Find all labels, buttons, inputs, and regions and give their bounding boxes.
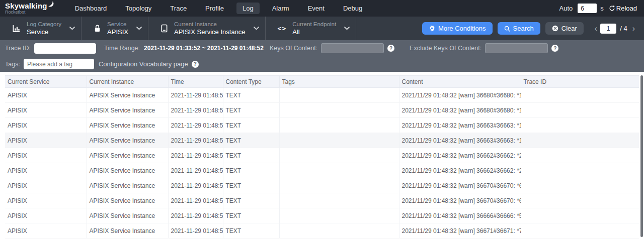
tags-help-icon[interactable]: ? bbox=[192, 61, 199, 68]
log-category-selector[interactable]: Log Category Service bbox=[0, 17, 82, 40]
nav-item-dashboard[interactable]: Dashboard bbox=[69, 3, 113, 14]
chevron-down-icon bbox=[136, 27, 142, 30]
column-header-current-instance: Current Instance bbox=[87, 76, 168, 88]
current-endpoint-selector[interactable]: <> Current Endpoint All bbox=[266, 17, 357, 40]
cell-current-service: APISIX bbox=[5, 103, 87, 118]
reload-button[interactable]: Reload bbox=[609, 5, 637, 12]
table-row[interactable]: APISIX APISIX Service Instance 2021-11-2… bbox=[5, 163, 639, 178]
table-row[interactable]: APISIX APISIX Service Instance 2021-11-2… bbox=[5, 133, 639, 148]
code-icon: <> bbox=[278, 25, 287, 32]
cell-content-type: TEXT bbox=[223, 223, 279, 238]
table-row[interactable]: APISIX APISIX Service Instance 2021-11-2… bbox=[5, 103, 639, 118]
service-selector[interactable]: Service APISIX bbox=[82, 17, 148, 40]
cell-current-service: APISIX bbox=[5, 208, 87, 223]
nav-item-debug[interactable]: Debug bbox=[337, 3, 368, 14]
cell-current-instance: APISIX Service Instance bbox=[87, 133, 168, 148]
cell-time: 2021-11-29 01:48:52 bbox=[168, 193, 223, 208]
cell-current-service: APISIX bbox=[5, 88, 87, 103]
selector-toolbar: Log Category Service Service APISIX bbox=[0, 17, 644, 40]
trace-id-label: Trace ID: bbox=[5, 45, 31, 52]
cell-current-service: APISIX bbox=[5, 178, 87, 193]
cell-content-type: TEXT bbox=[223, 163, 279, 178]
nav-item-topology[interactable]: Topology bbox=[119, 3, 157, 14]
nav-item-alarm[interactable]: Alarm bbox=[266, 3, 295, 14]
cell-time: 2021-11-29 01:48:52 bbox=[168, 118, 223, 133]
log-table: Current Service Current Instance Time Co… bbox=[5, 75, 639, 238]
table-row[interactable]: APISIX APISIX Service Instance 2021-11-2… bbox=[5, 118, 639, 133]
cell-time: 2021-11-29 01:48:52 bbox=[168, 103, 223, 118]
cell-current-instance: APISIX Service Instance bbox=[87, 118, 168, 133]
search-label: Search bbox=[513, 25, 534, 32]
previous-page-button[interactable]: ‹ bbox=[592, 25, 600, 33]
configuration-vocabulary-link[interactable]: Configuration Vocabulary page bbox=[99, 60, 188, 68]
cell-time: 2021-11-29 01:48:52 bbox=[168, 163, 223, 178]
cell-content: 2021/11/29 01:48:32 [warn] 36680#36680: … bbox=[399, 88, 521, 103]
cell-content: 2021/11/29 01:48:32 [warn] 36680#36680: … bbox=[399, 103, 521, 118]
circle-x-icon bbox=[552, 25, 558, 32]
auto-interval-input[interactable] bbox=[578, 4, 597, 13]
vertical-scrollbar[interactable] bbox=[640, 75, 643, 237]
cell-content: 2021/11/29 01:48:32 [warn] 36662#36662: … bbox=[399, 148, 521, 163]
table-row[interactable]: APISIX APISIX Service Instance 2021-11-2… bbox=[5, 178, 639, 193]
main-nav: Dashboard Topology Trace Profile Log Ala… bbox=[69, 3, 368, 14]
cell-content-type: TEXT bbox=[223, 118, 279, 133]
reload-label: Reload bbox=[616, 5, 637, 12]
cell-trace-id bbox=[521, 208, 639, 223]
cell-tags bbox=[279, 133, 399, 148]
cell-current-instance: APISIX Service Instance bbox=[87, 193, 168, 208]
cell-trace-id bbox=[521, 88, 639, 103]
trace-id-input[interactable] bbox=[34, 43, 96, 54]
cell-content-type: TEXT bbox=[223, 148, 279, 163]
cell-trace-id bbox=[521, 133, 639, 148]
cell-current-instance: APISIX Service Instance bbox=[87, 208, 168, 223]
search-button[interactable]: Search bbox=[498, 22, 540, 35]
top-nav: Skywalking Rocketbot Dashboard Topology … bbox=[0, 0, 644, 17]
cell-tags bbox=[279, 88, 399, 103]
cell-tags bbox=[279, 148, 399, 163]
lock-icon bbox=[94, 24, 101, 33]
cell-trace-id bbox=[521, 103, 639, 118]
table-row[interactable]: APISIX APISIX Service Instance 2021-11-2… bbox=[5, 193, 639, 208]
selector-label: Service bbox=[107, 21, 128, 28]
cell-tags bbox=[279, 223, 399, 238]
current-instance-selector[interactable]: Current Instance APISIX Service Instance bbox=[148, 17, 266, 40]
cell-tags bbox=[279, 103, 399, 118]
auto-label: Auto bbox=[559, 5, 573, 12]
filter-panel: Trace ID: Time Range: 2021-11-29 01:33:5… bbox=[0, 40, 644, 72]
cell-tags bbox=[279, 178, 399, 193]
next-page-button[interactable]: › bbox=[629, 25, 638, 33]
keys-of-content-label: Keys Of Content: bbox=[270, 45, 317, 52]
nav-item-trace[interactable]: Trace bbox=[164, 3, 193, 14]
more-conditions-button[interactable]: More Conditions bbox=[422, 22, 493, 35]
log-table-container: Current Service Current Instance Time Co… bbox=[0, 72, 644, 238]
exclude-keys-input[interactable] bbox=[485, 43, 548, 53]
table-row[interactable]: APISIX APISIX Service Instance 2021-11-2… bbox=[5, 208, 639, 223]
page-number-input[interactable] bbox=[600, 24, 616, 34]
cell-time: 2021-11-29 01:48:52 bbox=[168, 178, 223, 193]
nav-item-event[interactable]: Event bbox=[302, 3, 331, 14]
cell-current-service: APISIX bbox=[5, 118, 87, 133]
cell-trace-id bbox=[521, 178, 639, 193]
nav-item-profile[interactable]: Profile bbox=[199, 3, 230, 14]
table-row[interactable]: APISIX APISIX Service Instance 2021-11-2… bbox=[5, 88, 639, 103]
app-logo: Skywalking Rocketbot bbox=[5, 2, 54, 15]
cell-tags bbox=[279, 118, 399, 133]
cell-time: 2021-11-29 01:48:52 bbox=[168, 223, 223, 238]
selector-label: Log Category bbox=[27, 21, 61, 28]
keys-of-content-input[interactable] bbox=[321, 43, 384, 53]
table-row[interactable]: APISIX APISIX Service Instance 2021-11-2… bbox=[5, 223, 639, 238]
table-row[interactable]: APISIX APISIX Service Instance 2021-11-2… bbox=[5, 148, 639, 163]
clear-button[interactable]: Clear bbox=[545, 22, 584, 35]
tags-input[interactable] bbox=[24, 59, 94, 69]
cell-trace-id bbox=[521, 193, 639, 208]
time-range-value: 2021-11-29 01:33:52 ~ 2021-11-29 01:48:5… bbox=[144, 45, 264, 52]
exclude-keys-label: Exclude Keys Of Content: bbox=[410, 45, 481, 52]
filter-row-2: Tags: Configuration Vocabulary page ? bbox=[5, 56, 639, 72]
cell-current-instance: APISIX Service Instance bbox=[87, 223, 168, 238]
keys-help-icon[interactable]: ? bbox=[387, 45, 394, 52]
cell-current-service: APISIX bbox=[5, 193, 87, 208]
cell-tags bbox=[279, 208, 399, 223]
nav-item-log[interactable]: Log bbox=[236, 3, 260, 14]
exclude-keys-help-icon[interactable]: ? bbox=[551, 45, 558, 52]
clear-label: Clear bbox=[561, 25, 577, 32]
